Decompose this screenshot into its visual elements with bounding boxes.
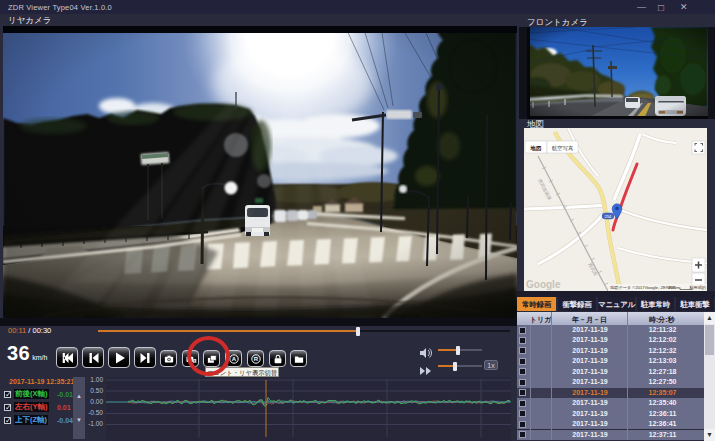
svg-text:地図データ ©2017Google, ZENRIN: 地図データ ©2017Google, ZENRIN bbox=[609, 285, 676, 290]
svg-text:100 m: 100 m bbox=[668, 285, 680, 290]
svg-text:航空写真: 航空写真 bbox=[552, 145, 574, 152]
svg-text:254: 254 bbox=[605, 214, 612, 219]
svg-text:R: R bbox=[253, 356, 258, 362]
svg-text:A: A bbox=[231, 356, 236, 362]
svg-text:Google: Google bbox=[526, 279, 561, 290]
svg-text:地図: 地図 bbox=[530, 145, 542, 152]
